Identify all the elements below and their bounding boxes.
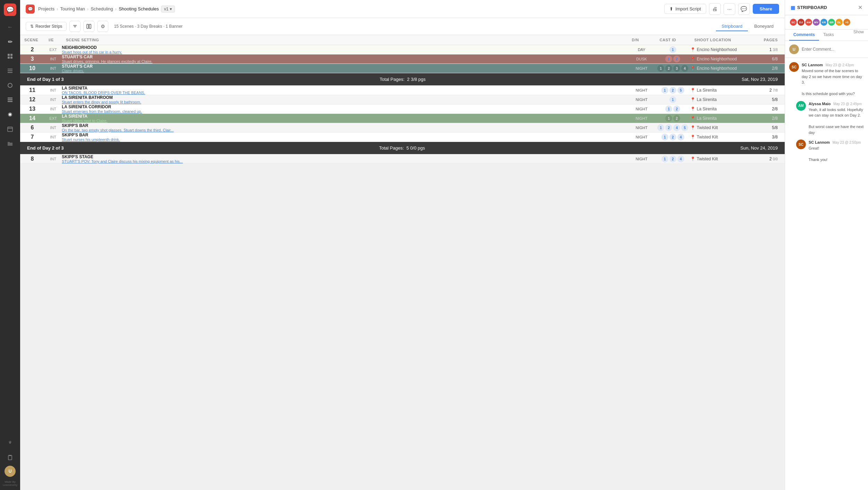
svg-rect-19 <box>9 455 11 456</box>
comment-text: Moved some of the bar scenes to day 2 so… <box>802 68 864 97</box>
breadcrumb-projects[interactable]: Projects <box>38 6 55 11</box>
user-avatar[interactable]: U <box>5 466 16 477</box>
main-content: 💬 Projects › Touring Man › Scheduling › … <box>20 0 785 490</box>
table-row[interactable]: 14 EXT LA SIRENITA Stuart slides next to… <box>20 114 785 123</box>
nav-grid[interactable] <box>4 50 16 62</box>
comment-item: SC SC Lannom May 23 @ 2:43pm Moved some … <box>789 62 864 97</box>
top-bar: 💬 Projects › Touring Man › Scheduling › … <box>20 0 785 18</box>
comment-time: May 23 @ 2:49pm <box>833 102 862 106</box>
version-badge[interactable]: v1 ▾ <box>161 6 175 12</box>
svg-point-7 <box>8 83 12 87</box>
avatar: +5 <box>843 18 851 26</box>
svg-rect-1 <box>10 54 12 56</box>
col-header-dn: D/N <box>628 35 656 45</box>
table-row[interactable]: 6 INT SKIPP'S BAR On the bar, two empty … <box>20 123 785 133</box>
table-row[interactable]: 12 INT LA SIRENITA BATHROOM Stuart enter… <box>20 95 785 104</box>
table-row[interactable]: 13 INT LA SIRENITA CORRIDOR Stuart emerg… <box>20 104 785 114</box>
col-header-cast: CAST ID <box>656 35 690 45</box>
avatars-row: SC DJ AM MV KR BR DL +5 <box>785 15 868 29</box>
comment-time: May 23 @ 2:50pm <box>833 141 861 144</box>
tab-boneyard[interactable]: Boneyard <box>749 22 779 31</box>
more-options-button[interactable]: ··· <box>724 3 735 15</box>
comment-time: May 23 @ 2:43pm <box>826 63 854 67</box>
sort-button[interactable] <box>69 21 81 32</box>
avatar: BR <box>827 18 836 26</box>
commenter-avatar: AM <box>796 101 806 111</box>
nav-edit[interactable]: ✏ <box>4 35 16 48</box>
import-script-button[interactable]: ⬆ Import Script <box>664 4 706 14</box>
nav-list[interactable] <box>4 65 16 77</box>
toolbar: ⇅ Reorder Strips ⚙ 15 Scenes · 3 Day Bre… <box>20 18 785 35</box>
nav-circle[interactable] <box>4 79 16 92</box>
table-row[interactable]: 11 INT LA SIRENITA ON TACOS, BLOOD DRIPS… <box>20 86 785 95</box>
table-row[interactable]: 8 INT SKIPP'S STAGE STUART'S POV: Tony a… <box>20 154 785 164</box>
scene-info: 15 Scenes · 3 Day Breaks · 1 Banner <box>114 24 713 29</box>
reorder-strips-button[interactable]: ⇅ Reorder Strips <box>26 22 67 31</box>
svg-point-12 <box>9 113 11 116</box>
comment-thread: SC SC Lannom May 23 @ 2:43pm Moved some … <box>789 62 864 163</box>
comment-author: SC Lannom <box>802 63 823 67</box>
table-row[interactable]: 7 INT SKIPP'S BAR Stuart nurses his umpt… <box>20 133 785 142</box>
comments-toggle-button[interactable]: 💬 <box>738 3 750 15</box>
comment-input[interactable] <box>802 47 864 52</box>
svg-rect-23 <box>87 24 89 28</box>
svg-rect-2 <box>8 57 10 59</box>
breadcrumb: 💬 Projects › Touring Man › Scheduling › … <box>26 5 664 14</box>
right-panel-header: ▦ STRIPBOARD ✕ <box>785 0 868 15</box>
nav-scene[interactable] <box>4 108 16 121</box>
breadcrumb-scheduling[interactable]: Scheduling <box>91 6 113 11</box>
panel-title: ▦ STRIPBOARD <box>791 5 827 10</box>
avatar: DJ <box>797 18 805 26</box>
col-header-pages: PAGES <box>760 35 785 45</box>
avatar: KR <box>820 18 828 26</box>
svg-rect-13 <box>8 127 12 132</box>
svg-rect-5 <box>8 70 12 71</box>
avatar: SC <box>789 18 798 26</box>
avatar: AM <box>804 18 813 26</box>
left-sidebar: 💬 ← ✏ U Made ByLeanometry <box>0 0 20 490</box>
schedule-table-container[interactable]: SCENE I/E SCENE SETTING D/N CAST ID SHOO… <box>20 35 785 490</box>
nav-folder[interactable] <box>4 137 16 150</box>
table-row[interactable]: 3 INT STUART'S CAR Stuart drives, grinni… <box>20 54 785 64</box>
comment-author: Alyssa Maio <box>809 102 831 106</box>
col-header-ie: I/E <box>44 35 62 45</box>
day-break-row-2: End of Day 2 of 3 Total Pages: 5 0/0 pgs… <box>20 142 785 154</box>
print-button[interactable]: 🖨 <box>709 3 721 15</box>
table-row[interactable]: 10 INT STUART'S CAR Claire drives. NIGHT… <box>20 64 785 73</box>
app-logo[interactable]: 💬 <box>4 3 16 16</box>
comments-list[interactable]: SC SC Lannom May 23 @ 2:43pm Moved some … <box>785 58 868 490</box>
close-panel-button[interactable]: ✕ <box>858 4 862 11</box>
tab-stripboard[interactable]: Stripboard <box>716 22 748 31</box>
tab-comments[interactable]: Comments <box>789 29 819 41</box>
columns-button[interactable] <box>83 21 94 32</box>
top-actions: ⬆ Import Script 🖨 ··· 💬 Share <box>664 3 779 15</box>
comment-input-area: U <box>785 41 868 58</box>
tab-tasks[interactable]: Tasks <box>819 29 838 41</box>
comment-text: Yeah, it all looks solid. Hopefully we c… <box>809 107 864 136</box>
breadcrumb-touring-man[interactable]: Touring Man <box>60 6 85 11</box>
svg-rect-8 <box>8 98 12 99</box>
svg-rect-6 <box>8 72 12 73</box>
avatar: DL <box>835 18 843 26</box>
comment-author: SC Lannom <box>809 140 830 144</box>
svg-rect-4 <box>8 69 12 69</box>
app-icon: 💬 <box>26 5 35 14</box>
schedule-table: SCENE I/E SCENE SETTING D/N CAST ID SHOO… <box>20 35 785 164</box>
nav-calendar[interactable] <box>4 123 16 135</box>
nav-back[interactable]: ← <box>4 21 16 33</box>
day-break-row: End of Day 1 of 3 Total Pages: 2 3/8 pgs… <box>20 73 785 86</box>
settings-button[interactable]: ⚙ <box>97 21 108 32</box>
view-tabs: Stripboard Boneyard <box>716 22 779 31</box>
svg-rect-3 <box>10 57 12 59</box>
nav-clipboard[interactable] <box>4 451 16 464</box>
table-row[interactable]: 2 EXT NEIGHBORHOOD Stuart hops out of hi… <box>20 45 785 54</box>
comment-reply: SC SC Lannom May 23 @ 2:50pm Great! Than… <box>796 140 864 163</box>
share-button[interactable]: Share <box>753 4 779 14</box>
svg-rect-9 <box>8 99 12 100</box>
nav-settings[interactable] <box>4 437 16 449</box>
right-panel: ▦ STRIPBOARD ✕ SC DJ AM MV KR BR DL +5 C… <box>785 0 868 490</box>
commenter-avatar: SC <box>789 62 799 72</box>
comment-reply: AM Alyssa Maio May 23 @ 2:49pm Yeah, it … <box>796 101 864 136</box>
nav-table[interactable] <box>4 94 16 106</box>
breadcrumb-current: Shooting Schedules <box>119 6 159 11</box>
